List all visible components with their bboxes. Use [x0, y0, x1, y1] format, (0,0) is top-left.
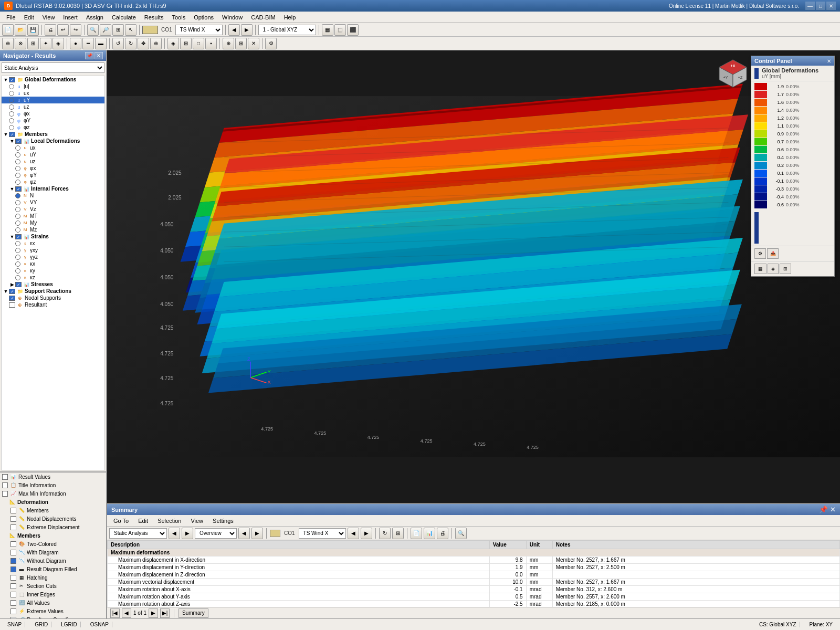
nav-result-diagram-filled[interactable]: ▬ Result Diagram Filled — [0, 565, 106, 573]
radio-ux[interactable] — [9, 91, 14, 96]
radio-if-Mz[interactable] — [15, 227, 20, 233]
menu-view[interactable]: View — [38, 13, 59, 22]
tb-render[interactable]: ▦ — [322, 24, 333, 36]
menu-tools[interactable]: Tools — [167, 13, 190, 22]
tree-m-phix[interactable]: φ φx — [2, 165, 104, 172]
radio-ky[interactable] — [15, 268, 20, 274]
radio-if-N[interactable] — [15, 193, 20, 198]
menu-options[interactable]: Options — [190, 13, 218, 22]
cb-section-cuts[interactable] — [10, 583, 16, 589]
sum-view-next-btn[interactable]: ▶ — [251, 528, 263, 539]
radio-phix[interactable] — [9, 111, 14, 117]
summary-pin-btn[interactable]: 📌 — [819, 506, 828, 513]
tree-if-MT[interactable]: M MT — [2, 213, 104, 219]
nav-section-cuts[interactable]: ✂ Section Cuts — [0, 582, 106, 590]
cb-inner-edges[interactable] — [10, 592, 16, 597]
cb-stresses[interactable] — [15, 282, 22, 287]
sum-next-btn[interactable]: ▶ — [182, 528, 193, 539]
tb-wire[interactable]: ⬚ — [334, 24, 346, 36]
tree-kx[interactable]: κ κx — [2, 260, 104, 267]
radio-m-phiz[interactable] — [15, 180, 20, 185]
sum-print-btn[interactable]: 🖨 — [437, 528, 448, 539]
tb2-side[interactable]: ▪ — [205, 38, 217, 49]
tb-zoom-in[interactable]: 🔍 — [87, 24, 99, 36]
tree-strains[interactable]: ▼ 📊 Strains — [2, 233, 104, 240]
cp-btn-export[interactable]: 📤 — [767, 248, 779, 259]
radio-m-ux[interactable] — [15, 145, 20, 151]
tree-gyz[interactable]: γ γyz — [2, 254, 104, 260]
sum-fit-btn[interactable]: ⊞ — [392, 528, 404, 539]
tree-if-Mz[interactable]: M Mz — [2, 226, 104, 233]
col-value[interactable]: Value — [489, 541, 526, 549]
nav-results-on-couplings[interactable]: 🔗 Results on Couplings — [0, 615, 106, 618]
tb2-settings[interactable]: ⚙ — [265, 38, 277, 49]
tb2-top[interactable]: ⊞ — [180, 38, 192, 49]
nav-with-diagram[interactable]: 📉 With Diagram — [0, 548, 106, 556]
radio-if-My[interactable] — [15, 220, 20, 226]
sum-last-btn[interactable]: ▶| — [160, 608, 170, 618]
radio-kx[interactable] — [15, 261, 20, 267]
radio-m-phiy[interactable] — [15, 173, 20, 178]
menu-insert[interactable]: Insert — [59, 13, 82, 22]
radio-ex[interactable] — [15, 241, 20, 246]
sum-prev-btn[interactable]: ◀ — [169, 528, 180, 539]
nav-extreme-values[interactable]: ⚡ Extreme Values — [0, 607, 106, 615]
tb-zoom-out[interactable]: 🔎 — [100, 24, 111, 36]
nav-two-colored[interactable]: 🎨 Two-Colored — [0, 540, 106, 548]
cp-btn-settings[interactable]: ⚙ — [754, 248, 766, 259]
sum-next-page-btn[interactable]: ▶ — [149, 608, 158, 618]
nav-result-values[interactable]: 📊 Result Values — [0, 472, 106, 481]
tree-if-Vy[interactable]: V VY — [2, 199, 104, 206]
cb-maxmin-info[interactable] — [2, 491, 8, 497]
sum-prev-page-btn[interactable]: ◀ — [122, 608, 131, 618]
menu-assign[interactable]: Assign — [82, 13, 108, 22]
cb-extreme-displacement[interactable] — [10, 524, 16, 530]
cb-title-info[interactable] — [2, 482, 8, 488]
radio-uz[interactable] — [9, 104, 14, 110]
cp-bottom-btn-1[interactable]: ▦ — [754, 264, 766, 274]
sum-export-xls-btn[interactable]: 📊 — [424, 528, 435, 539]
tb2-3[interactable]: ⊞ — [27, 38, 39, 49]
sum-menu-settings[interactable]: Settings — [208, 517, 238, 525]
cb-resultant[interactable] — [9, 302, 15, 308]
menu-file[interactable]: File — [2, 13, 20, 22]
cb-local-deform[interactable] — [15, 139, 22, 144]
tb-wind-dropdown[interactable]: TS Wind X — [175, 25, 223, 35]
cb-hatching[interactable] — [10, 575, 16, 581]
col-unit[interactable]: Unit — [526, 541, 552, 549]
nav-all-values[interactable]: 🔢 All Values — [0, 598, 106, 607]
radio-u-abs[interactable] — [9, 84, 14, 89]
nav-pin-btn[interactable]: 📌 — [85, 52, 93, 59]
tb2-delete[interactable]: ✕ — [248, 38, 259, 49]
tree-m-ux[interactable]: u ux — [2, 144, 104, 151]
sum-wind-dropdown[interactable]: TS Wind X — [299, 528, 346, 539]
close-button[interactable]: ✕ — [826, 2, 836, 10]
expand-local-deform[interactable]: ▼ — [9, 139, 15, 144]
sum-view-dropdown[interactable]: Overview — [195, 528, 237, 539]
radio-if-MT[interactable] — [15, 214, 20, 219]
radio-if-Vy[interactable] — [15, 200, 20, 205]
tree-if-My[interactable]: M My — [2, 219, 104, 226]
sum-view-prev-btn[interactable]: ◀ — [238, 528, 250, 539]
cb-members[interactable] — [9, 132, 15, 137]
tree-uy[interactable]: u uY — [2, 97, 104, 103]
tb-redo[interactable]: ↪ — [70, 24, 81, 36]
tb-open[interactable]: 📂 — [15, 24, 26, 36]
tb2-isometric[interactable]: ◈ — [167, 38, 179, 49]
tb2-pan[interactable]: ✥ — [138, 38, 149, 49]
tree-kz[interactable]: κ κz — [2, 274, 104, 281]
menu-edit[interactable]: Edit — [20, 13, 38, 22]
nav-title-info[interactable]: 📋 Title Information — [0, 481, 106, 489]
tb-xyz-dropdown[interactable]: 1 - Global XYZ — [258, 25, 316, 35]
tree-support-reactions[interactable]: ▼ 📁 Support Reactions — [2, 288, 104, 295]
sum-wind-next-btn[interactable]: ▶ — [361, 528, 372, 539]
cb-extreme-values[interactable] — [10, 608, 16, 614]
tb2-front[interactable]: □ — [193, 38, 204, 49]
nav-close-btn[interactable]: ✕ — [94, 52, 103, 59]
cb-all-values[interactable] — [10, 600, 16, 606]
summary-close-btn[interactable]: ✕ — [830, 506, 836, 513]
menu-help[interactable]: Help — [280, 13, 300, 22]
tree-if-N[interactable]: N N — [2, 192, 104, 199]
expand-internal-forces[interactable]: ▼ — [9, 186, 15, 192]
sum-menu-goto[interactable]: Go To — [109, 517, 133, 525]
